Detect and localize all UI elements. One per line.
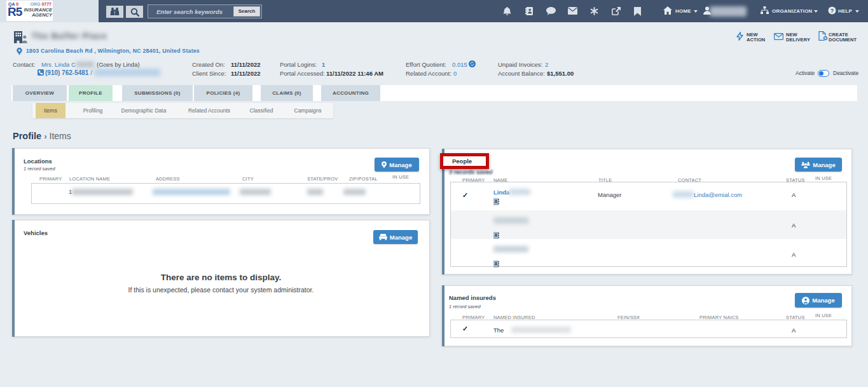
svg-text:?: ? [830,8,834,14]
